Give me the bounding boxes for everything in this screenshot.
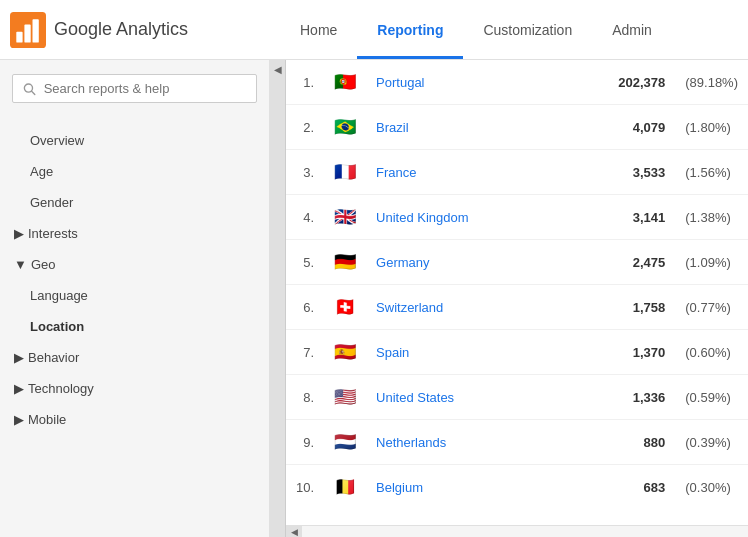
row-flag: 🇨🇭 — [324, 285, 366, 330]
row-rank: 9. — [286, 420, 324, 465]
row-rank: 8. — [286, 375, 324, 420]
row-country[interactable]: Switzerland — [366, 285, 560, 330]
table-row: 8. 🇺🇸 United States 1,336 (0.59%) — [286, 375, 748, 420]
row-rank: 7. — [286, 330, 324, 375]
sidebar: Overview Age Gender ▶ Interests ▼ Geo — [0, 60, 270, 537]
search-input[interactable] — [44, 81, 246, 96]
sidebar-item-mobile[interactable]: ▶ Mobile — [0, 404, 269, 435]
tab-admin[interactable]: Admin — [592, 0, 672, 59]
bottom-scrollbar: ◀ — [286, 525, 748, 537]
table-row: 9. 🇳🇱 Netherlands 880 (0.39%) — [286, 420, 748, 465]
row-value: 1,336 — [560, 375, 675, 420]
logo-area: Google Analytics — [10, 12, 280, 48]
row-country[interactable]: Brazil — [366, 105, 560, 150]
sidebar-nav: Overview Age Gender ▶ Interests ▼ Geo — [0, 117, 269, 443]
row-value: 202,378 — [560, 60, 675, 105]
row-country[interactable]: Spain — [366, 330, 560, 375]
sidebar-label-mobile: Mobile — [28, 412, 66, 427]
row-value: 1,370 — [560, 330, 675, 375]
row-value: 1,758 — [560, 285, 675, 330]
table-row: 7. 🇪🇸 Spain 1,370 (0.60%) — [286, 330, 748, 375]
sidebar-item-location[interactable]: Location — [0, 311, 269, 342]
scroll-bottom-left[interactable]: ◀ — [286, 526, 302, 537]
svg-rect-3 — [33, 19, 39, 42]
sidebar-label-location: Location — [30, 319, 84, 334]
header: Google Analytics Home Reporting Customiz… — [0, 0, 748, 60]
sidebar-label-gender: Gender — [30, 195, 73, 210]
scroll-left-icon: ◀ — [274, 64, 282, 75]
sidebar-item-interests[interactable]: ▶ Interests — [0, 218, 269, 249]
sidebar-scroll: Overview Age Gender ▶ Interests ▼ Geo — [0, 117, 269, 537]
row-country[interactable]: France — [366, 150, 560, 195]
row-flag: 🇪🇸 — [324, 330, 366, 375]
row-flag: 🇬🇧 — [324, 195, 366, 240]
scroll-left-btn[interactable]: ◀ — [270, 60, 286, 537]
row-country[interactable]: Portugal — [366, 60, 560, 105]
arrow-right-icon-3: ▶ — [14, 381, 24, 396]
svg-line-5 — [32, 91, 35, 94]
row-country[interactable]: United Kingdom — [366, 195, 560, 240]
logo-text: Google Analytics — [54, 19, 188, 40]
analytics-logo-icon — [10, 12, 46, 48]
row-value: 4,079 — [560, 105, 675, 150]
row-value: 880 — [560, 420, 675, 465]
row-percent: (0.39%) — [675, 420, 748, 465]
table-row: 1. 🇵🇹 Portugal 202,378 (89.18%) — [286, 60, 748, 105]
sidebar-label-age: Age — [30, 164, 53, 179]
row-percent: (89.18%) — [675, 60, 748, 105]
table-row: 4. 🇬🇧 United Kingdom 3,141 (1.38%) — [286, 195, 748, 240]
search-box[interactable] — [12, 74, 257, 103]
sidebar-item-gender[interactable]: Gender — [0, 187, 269, 218]
row-country[interactable]: United States — [366, 375, 560, 420]
row-flag: 🇳🇱 — [324, 420, 366, 465]
table-row: 6. 🇨🇭 Switzerland 1,758 (0.77%) — [286, 285, 748, 330]
scroll-track[interactable] — [302, 526, 748, 537]
sidebar-label-behavior: Behavior — [28, 350, 79, 365]
row-flag: 🇩🇪 — [324, 240, 366, 285]
row-percent: (1.56%) — [675, 150, 748, 195]
table-row: 3. 🇫🇷 France 3,533 (1.56%) — [286, 150, 748, 195]
row-value: 3,141 — [560, 195, 675, 240]
row-flag: 🇺🇸 — [324, 375, 366, 420]
tab-reporting[interactable]: Reporting — [357, 0, 463, 59]
arrow-right-icon: ▶ — [14, 226, 24, 241]
sidebar-label-geo: Geo — [31, 257, 56, 272]
table-row: 10. 🇧🇪 Belgium 683 (0.30%) — [286, 465, 748, 510]
main-nav: Home Reporting Customization Admin — [280, 0, 748, 59]
arrow-right-icon-2: ▶ — [14, 350, 24, 365]
sidebar-label-interests: Interests — [28, 226, 78, 241]
svg-rect-1 — [16, 31, 22, 42]
sidebar-item-technology[interactable]: ▶ Technology — [0, 373, 269, 404]
sidebar-item-geo[interactable]: ▼ Geo — [0, 249, 269, 280]
row-rank: 1. — [286, 60, 324, 105]
sidebar-label-overview: Overview — [30, 133, 84, 148]
sidebar-item-behavior[interactable]: ▶ Behavior — [0, 342, 269, 373]
row-percent: (0.30%) — [675, 465, 748, 510]
row-flag: 🇫🇷 — [324, 150, 366, 195]
row-rank: 3. — [286, 150, 324, 195]
tab-home[interactable]: Home — [280, 0, 357, 59]
sidebar-label-technology: Technology — [28, 381, 94, 396]
country-table: 1. 🇵🇹 Portugal 202,378 (89.18%) 2. 🇧🇷 Br… — [286, 60, 748, 509]
row-country[interactable]: Belgium — [366, 465, 560, 510]
row-country[interactable]: Germany — [366, 240, 560, 285]
row-rank: 4. — [286, 195, 324, 240]
row-percent: (0.60%) — [675, 330, 748, 375]
content-inner: 1. 🇵🇹 Portugal 202,378 (89.18%) 2. 🇧🇷 Br… — [286, 60, 748, 525]
row-rank: 5. — [286, 240, 324, 285]
row-flag: 🇵🇹 — [324, 60, 366, 105]
main-area: Overview Age Gender ▶ Interests ▼ Geo — [0, 60, 748, 537]
row-flag: 🇧🇷 — [324, 105, 366, 150]
sidebar-item-overview[interactable]: Overview — [0, 125, 269, 156]
sidebar-label-language: Language — [30, 288, 88, 303]
sidebar-item-language[interactable]: Language — [0, 280, 269, 311]
row-percent: (0.77%) — [675, 285, 748, 330]
row-value: 2,475 — [560, 240, 675, 285]
table-row: 5. 🇩🇪 Germany 2,475 (1.09%) — [286, 240, 748, 285]
row-percent: (1.09%) — [675, 240, 748, 285]
tab-customization[interactable]: Customization — [463, 0, 592, 59]
row-country[interactable]: Netherlands — [366, 420, 560, 465]
sidebar-item-age[interactable]: Age — [0, 156, 269, 187]
content-area: 1. 🇵🇹 Portugal 202,378 (89.18%) 2. 🇧🇷 Br… — [286, 60, 748, 537]
search-icon — [23, 82, 36, 96]
